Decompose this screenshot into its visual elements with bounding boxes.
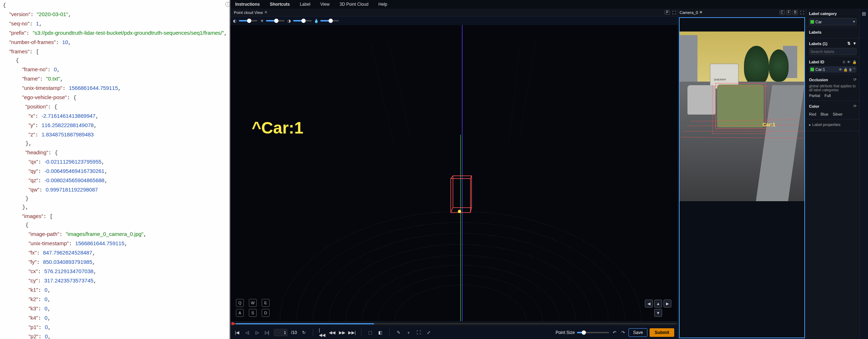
- key-s[interactable]: S: [249, 309, 257, 317]
- color-blue[interactable]: Blue: [820, 112, 828, 116]
- lock-icon[interactable]: 🔒: [843, 68, 848, 72]
- copy-icon[interactable]: ⎘: [843, 60, 845, 64]
- arrow-right[interactable]: ▶: [664, 300, 671, 307]
- skip-back-all-icon[interactable]: |◀◀: [319, 329, 325, 336]
- perspective-key[interactable]: P: [665, 10, 670, 15]
- prev-frame-icon[interactable]: ◁: [244, 329, 250, 336]
- tab-label: Point cloud View: [234, 10, 263, 15]
- info-icon[interactable]: i: [225, 2, 230, 7]
- close-icon[interactable]: ✕: [699, 10, 702, 15]
- camera-tab: Camera_0 ✕ C F B ⛶: [678, 9, 806, 16]
- color-silver[interactable]: Silver: [833, 112, 843, 116]
- properties-panel: Label category Car ▾ Labels Labels (1) ⇅…: [806, 9, 859, 339]
- skip-back-icon[interactable]: ◀◀: [329, 329, 335, 336]
- menu-instructions[interactable]: Instructions: [235, 2, 260, 7]
- refresh-icon[interactable]: ⟳: [853, 104, 857, 108]
- svg-line-20: [520, 42, 536, 135]
- close-icon[interactable]: ✕: [264, 10, 267, 15]
- delete-icon[interactable]: 🗑: [849, 68, 852, 72]
- filter-icon[interactable]: ▼: [853, 41, 857, 46]
- skip-fwd-all-icon[interactable]: ▶▶|: [349, 329, 355, 336]
- svg-point-16: [458, 210, 461, 213]
- edit-icon[interactable]: ✎: [395, 329, 402, 336]
- play-icon[interactable]: ▷: [254, 329, 260, 336]
- json-source-pane[interactable]: { "version": "2020-03-01", "seq-no": 1, …: [0, 0, 230, 339]
- tab-point-cloud[interactable]: Point cloud View ✕: [232, 9, 270, 15]
- key-w[interactable]: W: [249, 299, 257, 307]
- occlusion-options: Partial Full: [809, 92, 857, 99]
- label-category-select[interactable]: Car ▾: [809, 18, 857, 25]
- key-f[interactable]: F: [786, 10, 791, 15]
- cube-fill-icon[interactable]: ◧: [377, 329, 384, 336]
- camera-bbox-label: Car:1: [763, 122, 775, 127]
- nav-keys-bot: A S D: [236, 309, 270, 317]
- color-options: Red Blue Silver: [809, 111, 857, 118]
- hide-icon[interactable]: 👁: [839, 68, 842, 72]
- nav-keys-top: Q W E: [236, 299, 270, 307]
- save-button[interactable]: Save: [628, 328, 647, 337]
- maximize-icon[interactable]: ⛶: [671, 10, 676, 15]
- undo-icon[interactable]: ↶: [611, 329, 618, 336]
- key-e[interactable]: E: [262, 299, 270, 307]
- occlusion-desc: global attribute that applies to all lab…: [809, 84, 857, 92]
- search-labels-input[interactable]: [809, 48, 857, 55]
- key-a[interactable]: A: [236, 309, 244, 317]
- label-category-title: Label category: [809, 11, 857, 16]
- fullscreen-icon[interactable]: ⤢: [425, 329, 432, 336]
- label-properties-toggle[interactable]: ▸ Label properties: [809, 122, 857, 127]
- key-c[interactable]: C: [779, 10, 785, 15]
- key-d[interactable]: D: [262, 309, 270, 317]
- key-q[interactable]: Q: [236, 299, 244, 307]
- add-icon[interactable]: ＋: [405, 329, 412, 336]
- menu-help[interactable]: Help: [379, 2, 388, 7]
- fit-icon[interactable]: ⛶: [415, 329, 422, 336]
- camera-tab-label[interactable]: Camera_0: [680, 10, 698, 15]
- occlusion-partial[interactable]: Partial: [809, 93, 820, 98]
- slider-3[interactable]: [293, 20, 312, 21]
- slider-4[interactable]: [320, 20, 339, 21]
- cube-tool-icon[interactable]: ⬚: [367, 329, 374, 336]
- menu-shortcuts[interactable]: Shortcuts: [270, 2, 290, 7]
- first-frame-icon[interactable]: |◀: [234, 329, 240, 336]
- panel-toggle-icon[interactable]: ▤: [861, 11, 867, 16]
- workspace: Point cloud View ✕ P ⛶ ◐ ☀ ◑ 💧: [230, 9, 868, 339]
- point-size-label: Point Size: [556, 330, 575, 335]
- menu-view[interactable]: View: [320, 2, 330, 7]
- skip-fwd-icon[interactable]: ▶▶: [339, 329, 345, 336]
- contrast-icon: ◑: [287, 18, 292, 23]
- submit-button[interactable]: Submit: [650, 328, 674, 337]
- timeline[interactable]: [230, 321, 678, 326]
- arrow-left[interactable]: ◀: [645, 300, 653, 307]
- slider-2[interactable]: [266, 20, 285, 21]
- next-frame-icon[interactable]: ▷|: [264, 329, 270, 336]
- drop-icon: ◐: [232, 18, 237, 23]
- camera-scene: SHERIFF Car:1: [680, 32, 804, 201]
- color-red[interactable]: Red: [809, 112, 816, 116]
- views-column: Point cloud View ✕ P ⛶ ◐ ☀ ◑ 💧: [230, 9, 678, 339]
- maximize-icon[interactable]: ⛶: [799, 10, 804, 15]
- chevron-up-icon[interactable]: ˄: [853, 68, 855, 72]
- point-cloud-view[interactable]: ^Car:1 Q W E A S D ◀ ▲ ▼ ▶: [230, 25, 678, 321]
- point-size-slider[interactable]: [577, 332, 609, 333]
- sort-icon[interactable]: ⇅: [847, 41, 850, 46]
- arrow-up[interactable]: ▲: [654, 300, 662, 307]
- lock-icon[interactable]: 🔒: [852, 60, 857, 64]
- color-title: Color ⟳: [809, 104, 857, 108]
- camera-view[interactable]: SHERIFF Car:1: [679, 17, 805, 338]
- visibility-icon[interactable]: 👁: [847, 60, 850, 64]
- right-icon-rail: ▤: [859, 9, 868, 339]
- menu-label[interactable]: Label: [300, 2, 310, 7]
- loop-icon[interactable]: ↻: [301, 329, 307, 336]
- arrow-down[interactable]: ▼: [654, 309, 662, 317]
- occlusion-full[interactable]: Full: [824, 93, 831, 98]
- key-b[interactable]: B: [793, 10, 798, 15]
- menu-3d-point-cloud[interactable]: 3D Point Cloud: [340, 2, 369, 7]
- frame-input[interactable]: [274, 329, 287, 336]
- svg-line-18: [388, 42, 410, 135]
- labels-count-title: Labels (1) ⇅ ▼: [809, 41, 857, 46]
- label-id-title: Label ID ⎘ 👁 🔒: [809, 60, 857, 64]
- label-item-car1[interactable]: Car:1 👁 🔒 🗑 ˄: [809, 66, 857, 73]
- refresh-icon[interactable]: ⟳: [853, 77, 857, 82]
- slider-1[interactable]: [239, 20, 257, 21]
- redo-icon[interactable]: ↷: [620, 329, 626, 336]
